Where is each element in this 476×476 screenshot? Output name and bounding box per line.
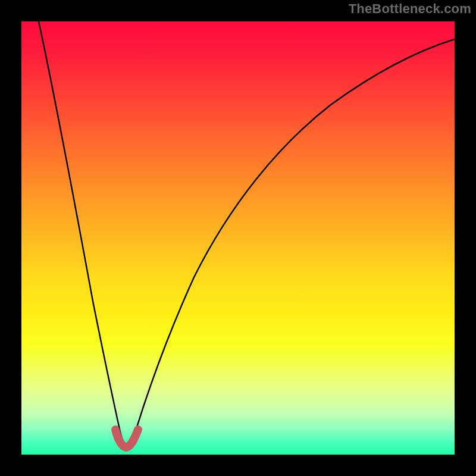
bottleneck-curve <box>39 21 455 447</box>
curve-layer <box>21 21 455 455</box>
attribution-text: TheBottleneck.com <box>349 1 471 17</box>
plot-area <box>21 21 455 455</box>
chart-frame: TheBottleneck.com <box>0 0 476 476</box>
highlight-bottom <box>115 430 138 447</box>
